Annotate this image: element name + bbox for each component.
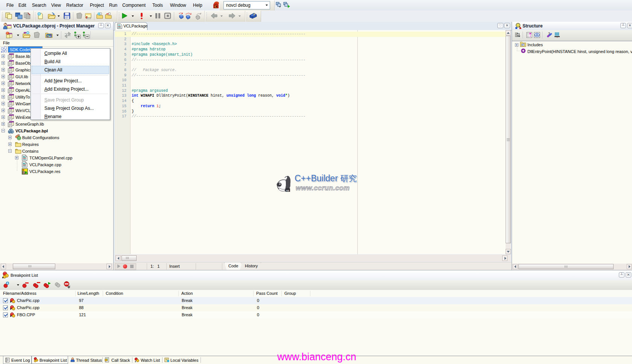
svg-text:cc: cc [286,189,289,192]
svg-text:C: C [214,5,217,9]
svg-text:A: A [517,32,518,35]
svg-text:?: ? [548,32,550,35]
svg-text:Z: Z [517,35,518,37]
